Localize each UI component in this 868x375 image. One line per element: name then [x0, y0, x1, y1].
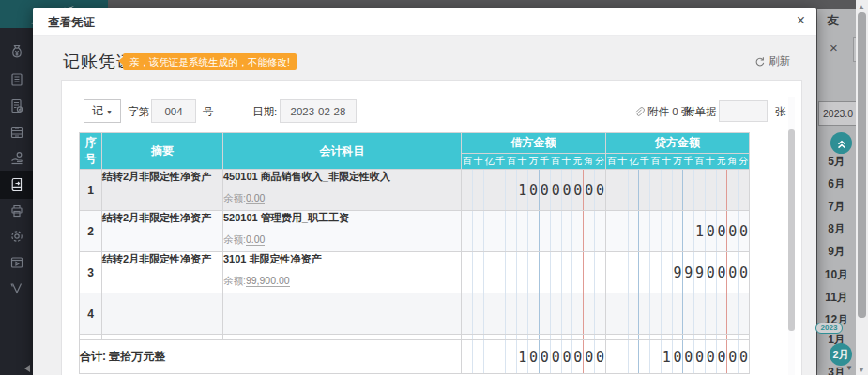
amount-digit-cell — [473, 293, 484, 334]
amount-digit-cell — [572, 335, 584, 339]
amount-digit-cell — [629, 252, 640, 292]
amount-digit-cell — [639, 211, 650, 251]
amount-digit-cell — [595, 335, 605, 339]
balance-label: 余额: — [223, 233, 246, 245]
digit-col-label: 十 — [617, 155, 629, 168]
voucher-date-input[interactable] — [280, 99, 357, 123]
amount-digit-cell — [462, 340, 473, 373]
amount-digit-cell — [551, 335, 562, 339]
amount-digit-cell: 0 — [706, 252, 717, 292]
number-suffix-label: 号 — [203, 105, 214, 119]
amount-digit-cell — [506, 293, 517, 334]
amount-digit-cell — [694, 293, 706, 334]
sidebar-item-doc-edit[interactable] — [0, 92, 33, 120]
amount-digit-cell — [540, 211, 551, 251]
amount-digit-cell — [484, 293, 495, 334]
amount-digit-cell: 0 — [706, 340, 717, 373]
col-header-debit: 借方金额 — [462, 133, 606, 154]
amount-digit-cell: 1 — [517, 170, 528, 210]
amount-digit-cell — [683, 170, 694, 210]
voucher-word-select[interactable]: 记▼ — [84, 99, 121, 123]
voucher-number-input[interactable] — [151, 99, 196, 123]
amount-digit-cell: 0 — [739, 340, 749, 373]
voucher-card: 记▼ 字第 号 日期: 附件 0 张 附单据 张 — [61, 80, 802, 375]
amount-digit-cell — [617, 170, 629, 210]
slips-count-input[interactable] — [719, 100, 768, 122]
amount-digit-cell — [606, 252, 617, 292]
balance-link[interactable]: 0.00 — [246, 233, 265, 246]
digit-col-label: 角 — [583, 155, 594, 168]
digit-col-label: 十 — [705, 155, 716, 168]
amount-digit-cell — [650, 252, 662, 292]
amount-digit-cell — [551, 252, 562, 292]
month-item[interactable]: 10月 — [817, 267, 856, 283]
month-item[interactable]: 9月 — [817, 244, 856, 260]
month-item[interactable]: 11月 — [817, 290, 856, 306]
amount-digit-cell — [584, 293, 595, 334]
amount-digit-cell: 0 — [528, 170, 540, 210]
sidebar-item-hand-coin[interactable] — [0, 144, 33, 172]
amount-digit-cell — [495, 340, 507, 373]
month-item[interactable]: 3月 — [817, 365, 856, 375]
amount-digit-cell — [462, 211, 473, 251]
row-summary: 结转2月非限定性净资产 — [102, 211, 223, 252]
dialog-scrollbar-thumb[interactable] — [788, 129, 795, 331]
balance-link[interactable]: 99,900.00 — [246, 275, 290, 287]
sidebar-item-v-logo[interactable] — [0, 274, 33, 302]
account-name: 3101 非限定性净资产 — [223, 252, 461, 266]
total-credit-cell: 10000000 — [606, 340, 750, 374]
amount-digit-cell: 9 — [673, 252, 684, 292]
slips-label: 附单据 — [684, 105, 717, 119]
amount-digit-cell — [484, 170, 495, 210]
sidebar-item-voucher-book[interactable] — [0, 171, 33, 199]
amount-digit-cell: 0 — [683, 340, 694, 373]
digit-col-label: 千 — [539, 155, 550, 168]
amount-digit-cell: 0 — [572, 340, 584, 373]
page-scrollbar-thumb[interactable] — [858, 12, 866, 318]
amount-digit-cell — [683, 335, 694, 339]
amount-digit-cell — [662, 211, 673, 251]
balance-label: 余额: — [223, 192, 246, 203]
sidebar-item-settings[interactable] — [0, 222, 33, 250]
debit-digit-columns: 百十亿千百十万千百十元角分 — [462, 155, 605, 168]
debit-amount-cell — [462, 252, 606, 293]
balance-link[interactable]: 0.00 — [246, 192, 265, 204]
panel-close-icon[interactable]: × — [830, 39, 838, 55]
month-item[interactable]: 5月 — [817, 154, 856, 170]
sidebar-item-video[interactable] — [0, 248, 33, 277]
amount-digit-cell — [739, 170, 749, 210]
digit-col-label: 亿 — [484, 155, 495, 168]
scroll-to-top-button[interactable] — [830, 132, 852, 154]
sidebar-item-ledger[interactable] — [0, 66, 33, 94]
month-item[interactable]: 6月 — [817, 176, 856, 192]
sidebar-item-printer[interactable] — [0, 197, 33, 225]
amount-digit-cell — [717, 335, 728, 339]
month-item[interactable]: 8月 — [817, 221, 856, 237]
amount-digit-cell — [650, 211, 662, 251]
credit-digit-columns: 百十亿千百十万千百十元角分 — [606, 155, 749, 168]
amount-digit-cell — [606, 293, 617, 334]
month-item[interactable]: 7月 — [817, 199, 856, 215]
refresh-button[interactable]: 刷新 — [753, 54, 790, 68]
dialog-scrollbar[interactable] — [788, 97, 795, 375]
month-item-active[interactable]: 2月 — [830, 343, 852, 366]
dialog-close-icon[interactable]: × — [797, 12, 805, 29]
paperclip-icon — [632, 106, 645, 118]
scrollbar-down-icon[interactable]: ▼ — [858, 366, 865, 374]
debit-amount-cell — [462, 211, 606, 252]
amount-digit-cell: 0 — [562, 170, 573, 210]
row-account: 3101 非限定性净资产 余额:99,900.00 — [223, 252, 462, 293]
sidebar-collapse-icon[interactable] — [24, 365, 30, 372]
amount-digit-cell — [739, 293, 749, 334]
amount-digit-cell — [517, 293, 528, 334]
amount-digit-cell — [650, 170, 662, 210]
sidebar-item-cabinet[interactable] — [0, 118, 33, 146]
amount-digit-cell — [617, 252, 629, 292]
amount-digit-cell — [639, 252, 650, 292]
amount-digit-cell: 0 — [584, 340, 595, 373]
attachment-group[interactable]: 附件 0 张 — [632, 105, 692, 119]
scrollbar-up-icon[interactable]: ▲ — [858, 3, 865, 11]
digit-col-label: 百 — [650, 155, 662, 168]
amount-digit-cell — [506, 335, 517, 339]
sidebar-item-money-bag[interactable] — [0, 38, 33, 66]
